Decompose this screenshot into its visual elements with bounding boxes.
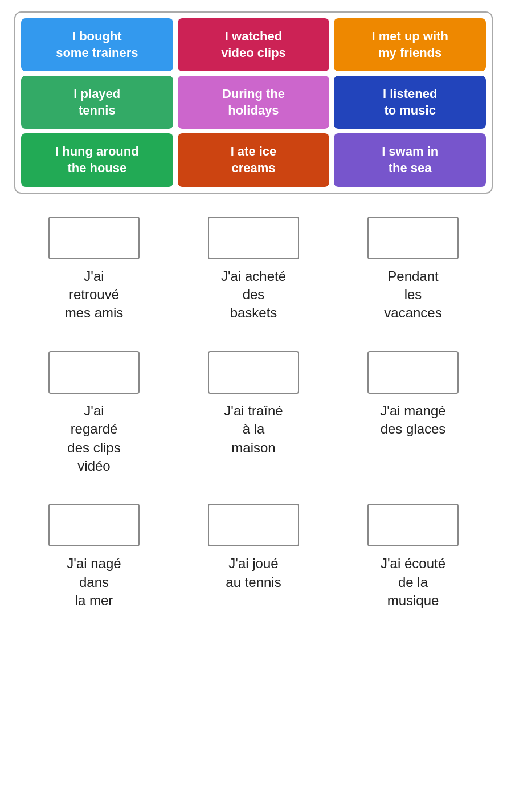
match-met-friends-label: J'ai retrouvé mes amis [65,267,124,323]
match-swam-mer-drop-box[interactable] [48,504,140,546]
match-watched-clips-label: J'ai regardé des clips vidéo [67,402,120,476]
match-hung-around-label: J'ai traîné à la maison [224,402,283,457]
match-watched-clips-item: J'ai regardé des clips vidéo [14,345,174,487]
match-row: J'ai regardé des clips vidéoJ'ai traîné … [14,345,493,487]
listened-music-button[interactable]: I listened to music [334,76,486,129]
match-played-tennis-item: J'ai joué au tennis [174,498,333,621]
match-bought-baskets-drop-box[interactable] [208,217,299,259]
bought-trainers-button[interactable]: I bought some trainers [21,18,173,71]
match-ate-glaces-label: J'ai mangé des glaces [380,402,445,439]
match-watched-clips-drop-box[interactable] [48,351,140,394]
match-row: J'ai nagé dans la merJ'ai joué au tennis… [14,498,493,621]
match-played-tennis-label: J'ai joué au tennis [226,554,281,591]
match-listened-music-item: J'ai écouté de la musique [333,498,493,621]
match-listened-music-label: J'ai écouté de la musique [381,554,445,610]
hung-house-button[interactable]: I hung around the house [21,133,173,186]
match-pendant-label: Pendant les vacances [384,267,441,323]
match-row: J'ai retrouvé mes amisJ'ai acheté des ba… [14,211,493,334]
match-hung-around-item: J'ai traîné à la maison [174,345,333,487]
match-ate-glaces-item: J'ai mangé des glaces [333,345,493,487]
match-ate-glaces-drop-box[interactable] [367,351,459,394]
button-grid: I bought some trainersI watched video cl… [14,11,493,194]
match-bought-baskets-item: J'ai acheté des baskets [174,211,333,334]
match-listened-music-drop-box[interactable] [367,504,459,546]
swam-sea-button[interactable]: I swam in the sea [334,133,486,186]
match-met-friends-drop-box[interactable] [48,217,140,259]
match-swam-mer-item: J'ai nagé dans la mer [14,498,174,621]
match-swam-mer-label: J'ai nagé dans la mer [67,554,121,610]
watched-clips-button[interactable]: I watched video clips [178,18,330,71]
met-friends-button[interactable]: I met up with my friends [334,18,486,71]
match-pendant-item: Pendant les vacances [333,211,493,334]
match-rows-container: J'ai retrouvé mes amisJ'ai acheté des ba… [14,211,493,633]
match-pendant-drop-box[interactable] [367,217,459,259]
played-tennis-button[interactable]: I played tennis [21,76,173,129]
match-hung-around-drop-box[interactable] [208,351,299,394]
ate-ice-creams-button[interactable]: I ate ice creams [178,133,330,186]
during-holidays-button[interactable]: During the holidays [178,76,330,129]
match-bought-baskets-label: J'ai acheté des baskets [221,267,286,323]
match-met-friends-item: J'ai retrouvé mes amis [14,211,174,334]
match-played-tennis-drop-box[interactable] [208,504,299,546]
